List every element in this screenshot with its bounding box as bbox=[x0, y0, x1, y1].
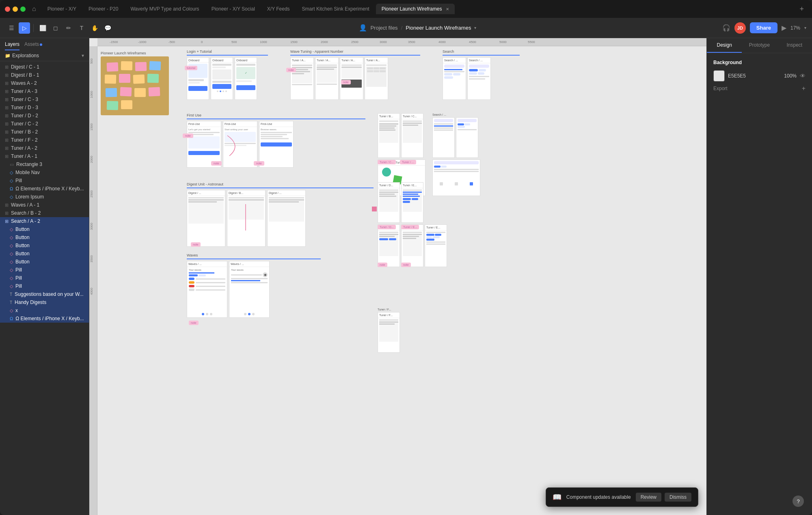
layer-item[interactable]: ◇ Mobile Nav bbox=[0, 168, 89, 177]
frame-digest[interactable]: Digest Unit - Astronaut Digest / ... bbox=[187, 182, 374, 247]
layer-item[interactable]: ⊞ Tuner / A - 3 bbox=[0, 87, 89, 95]
tab-close-icon[interactable]: ✕ bbox=[446, 7, 449, 11]
zoom-dropdown-icon[interactable]: ▾ bbox=[804, 26, 806, 30]
tab-kitchen-sink[interactable]: Smart Kitchen Sink Experiment bbox=[296, 4, 375, 14]
canvas-content[interactable]: Pioneer Launch Wireframes bbox=[97, 46, 706, 515]
pen-tool[interactable]: ✏ bbox=[63, 22, 74, 34]
wireframe-frame[interactable]: Digest / ... bbox=[187, 190, 225, 247]
layer-item[interactable]: ◇ Button bbox=[0, 225, 89, 233]
wireframe-frame[interactable]: Tuner / E... bbox=[378, 224, 400, 267]
layer-item[interactable]: ▭ Rectangle 3 bbox=[0, 160, 89, 168]
wireframe-frame[interactable]: Onboard ✓ bbox=[235, 57, 257, 100]
tab-assets[interactable]: Assets bbox=[24, 41, 42, 50]
layer-item[interactable]: ◇ Button bbox=[0, 258, 89, 266]
wireframe-frame[interactable]: Tuner / D... bbox=[378, 182, 400, 223]
layer-item[interactable]: Ω Ω Elements / iPhone X / Keyb... bbox=[0, 315, 89, 323]
layer-item[interactable]: ◇ Pill bbox=[0, 266, 89, 274]
layer-item[interactable]: ◇ Button bbox=[0, 250, 89, 258]
wireframe-frame[interactable]: Onboard bbox=[187, 57, 209, 100]
tab-design[interactable]: Design bbox=[707, 38, 742, 53]
dismiss-button[interactable]: Dismiss bbox=[665, 493, 691, 502]
review-button[interactable]: Review bbox=[636, 493, 661, 502]
wireframe-frame[interactable]: Tuner / E... bbox=[401, 182, 423, 223]
wireframe-frame[interactable]: Tuner / E... bbox=[425, 224, 447, 267]
visibility-toggle-icon[interactable]: 👁 bbox=[800, 73, 806, 79]
layer-item[interactable]: ⊞ Tuner / D - 2 bbox=[0, 112, 89, 120]
wireframe-frame[interactable]: Tuner / A... bbox=[365, 57, 388, 100]
background-color-value[interactable]: E5E5E5 bbox=[728, 73, 781, 79]
new-tab-button[interactable]: + bbox=[796, 5, 807, 13]
text-tool[interactable]: T bbox=[76, 22, 87, 34]
breadcrumb-file[interactable]: Pioneer Launch Wireframes bbox=[406, 25, 471, 31]
frame-wave-tuning[interactable]: Wave Tuning - Apparent Number Tuner / A.… bbox=[290, 50, 420, 100]
wireframe-frame[interactable]: Digest / B... bbox=[227, 190, 266, 247]
layer-item[interactable]: ◇ Lorem Ipsum bbox=[0, 193, 89, 201]
wireframe-frame[interactable]: Tuner / A... bbox=[315, 57, 339, 100]
wireframe-frame[interactable]: First-Use Start writing your user bbox=[223, 121, 257, 168]
canvas[interactable]: -1500 -1000 -500 0 500 1000 1500 2000 25… bbox=[89, 38, 706, 515]
wireframe-frame[interactable]: First-Use Browse waves bbox=[259, 121, 294, 168]
move-tool[interactable]: ▷ bbox=[19, 22, 30, 34]
wireframe-frame[interactable]: Tuner / F... bbox=[378, 312, 400, 353]
wireframe-frame[interactable]: Search / ... bbox=[467, 57, 491, 100]
frame-tuner-f[interactable]: Tuner / F... Tuner / F... bbox=[378, 308, 400, 353]
wireframe-frame[interactable]: Onboard bbox=[211, 57, 233, 100]
frame-pinboard[interactable]: Pioneer Launch Wireframes bbox=[101, 51, 169, 115]
frame-waves[interactable]: Waves Waves / ... Your waves bbox=[187, 253, 321, 318]
layer-item[interactable]: ⊞ Digest / B - 1 bbox=[0, 71, 89, 79]
hand-tool[interactable]: ✋ bbox=[89, 22, 100, 34]
layers-toggle[interactable]: ☰ bbox=[6, 22, 17, 34]
explorations-dropdown-icon[interactable]: ▾ bbox=[82, 53, 84, 58]
layer-item[interactable]: ⊞ Tuner / A - 2 bbox=[0, 144, 89, 152]
layer-item[interactable]: ⊞ Search / B - 2 bbox=[0, 209, 89, 217]
tab-pioneer-launch[interactable]: Pioneer Launch Wireframes ✕ bbox=[376, 4, 455, 14]
wireframe-frame[interactable]: First-Use Let's get you started bbox=[187, 121, 221, 168]
wireframe-frame[interactable]: Waves / ... Your waves bbox=[187, 261, 227, 318]
share-button[interactable]: Share bbox=[750, 22, 777, 33]
wireframe-frame[interactable]: Waves / ... Your waves ⊕ bbox=[229, 261, 270, 318]
wireframe-frame[interactable]: Tuner / A... bbox=[290, 57, 314, 100]
layer-item[interactable]: ◇ Button bbox=[0, 241, 89, 250]
background-opacity-value[interactable]: 100% bbox=[784, 73, 797, 79]
layer-item[interactable]: ⊞ Digest / C - 1 bbox=[0, 63, 89, 71]
zoom-display[interactable]: 17% bbox=[790, 25, 800, 31]
play-icon[interactable]: ▶ bbox=[782, 24, 786, 32]
layer-item[interactable]: ⊞ Waves A - 2 bbox=[0, 79, 89, 87]
layer-item[interactable]: ⊞ Waves / A - 1 bbox=[0, 201, 89, 209]
wireframe-frame[interactable] bbox=[456, 117, 478, 158]
frame-tuner-de[interactable]: Tuner / D... Tuner / E bbox=[378, 182, 447, 267]
wireframe-frame[interactable] bbox=[432, 117, 455, 158]
background-color-swatch[interactable] bbox=[713, 70, 725, 82]
layer-item[interactable]: ⊞ Tuner / A - 1 bbox=[0, 152, 89, 160]
layer-item[interactable]: ⊞ Tuner / D - 3 bbox=[0, 103, 89, 112]
layer-item[interactable]: ◇ Pill bbox=[0, 282, 89, 290]
add-export-button[interactable]: + bbox=[802, 85, 806, 92]
layer-item[interactable]: ◇ x bbox=[0, 306, 89, 315]
frame-tool[interactable]: ⬜ bbox=[37, 22, 48, 34]
frame-onboard[interactable]: Login + Tutorial Onboard bbox=[187, 50, 268, 100]
breadcrumb-dropdown-icon[interactable]: ▾ bbox=[474, 26, 476, 30]
layer-item-suggestions[interactable]: T Suggestions based on your W... bbox=[0, 290, 89, 298]
layer-item[interactable]: ◇ Pill bbox=[0, 274, 89, 282]
layer-item[interactable]: ⊞ Tuner / C - 3 bbox=[0, 95, 89, 103]
comment-tool[interactable]: 💬 bbox=[102, 22, 113, 34]
tab-inspect[interactable]: Inspect bbox=[777, 38, 812, 53]
tab-waverly[interactable]: Waverly MVP Type and Colours bbox=[125, 4, 205, 14]
minimize-button[interactable] bbox=[13, 6, 18, 12]
frame-search-top[interactable]: Search Search / ... bbox=[443, 50, 520, 100]
wireframe-frame[interactable]: Tuner / A... bbox=[340, 57, 363, 100]
tab-pioneer-social[interactable]: Pioneer - X/Y Social bbox=[206, 4, 261, 14]
tab-prototype[interactable]: Prototype bbox=[742, 38, 777, 53]
tab-layers[interactable]: Layers bbox=[5, 41, 19, 50]
frame-first-use[interactable]: First Use First-Use Let's get you starte… bbox=[187, 113, 365, 168]
tab-pioneer-xy[interactable]: Pioneer - X/Y bbox=[42, 4, 82, 14]
wireframe-frame[interactable]: Search / ... bbox=[443, 57, 466, 100]
home-icon[interactable]: ⌂ bbox=[32, 5, 36, 13]
maximize-button[interactable] bbox=[20, 6, 26, 12]
help-button[interactable]: ? bbox=[793, 496, 804, 507]
layer-item[interactable]: Ω Ω Elements / iPhone X / Keyb... bbox=[0, 185, 89, 193]
wireframe-frame[interactable]: Digest / ... bbox=[267, 190, 306, 247]
layer-item[interactable]: ⊞ Tuner / F - 2 bbox=[0, 136, 89, 144]
tab-pioneer-p20[interactable]: Pioneer - P20 bbox=[83, 4, 124, 14]
layer-item[interactable]: ⊞ Tuner / C - 2 bbox=[0, 120, 89, 128]
